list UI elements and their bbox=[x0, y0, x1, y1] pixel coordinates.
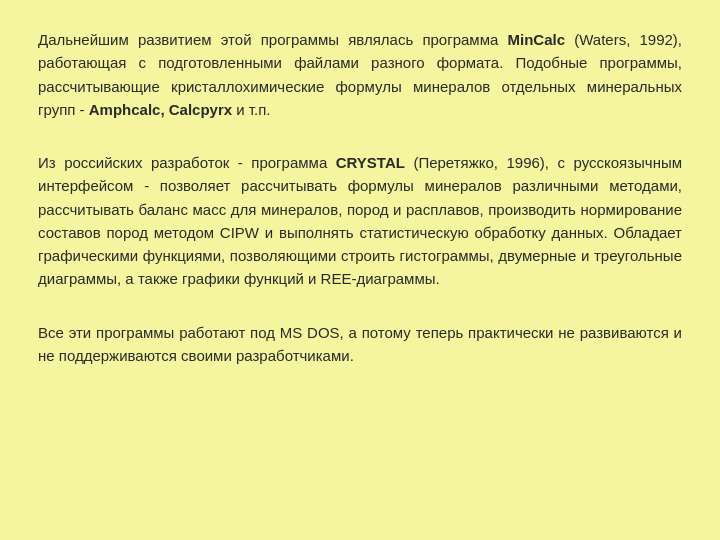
spacer-2 bbox=[38, 313, 682, 321]
crystal-label: CRYSTAL bbox=[336, 154, 405, 171]
amphcalc-label: Amphcalc, Calcpyrx bbox=[89, 101, 232, 118]
spacer-1 bbox=[38, 143, 682, 151]
paragraph-2: Из российских разработок - программа CRY… bbox=[38, 151, 682, 291]
paragraph-1: Дальнейшим развитием этой программы явля… bbox=[38, 28, 682, 121]
page-container: Дальнейшим развитием этой программы явля… bbox=[0, 0, 720, 540]
paragraph-3: Все эти программы работают под MS DOS, а… bbox=[38, 321, 682, 368]
minCalc-label: MinCalc bbox=[508, 31, 566, 48]
